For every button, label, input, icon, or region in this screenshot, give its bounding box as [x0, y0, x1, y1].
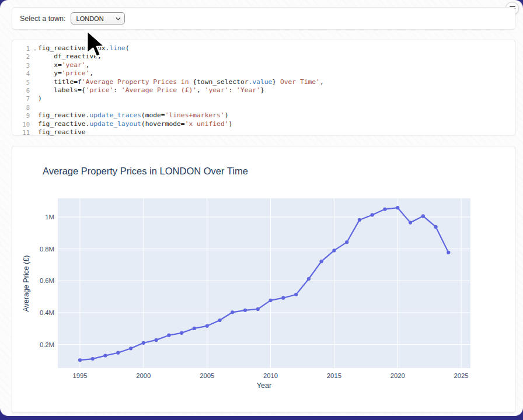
town-select-value: LONDON [76, 15, 104, 22]
code-line: 3 x='year', [12, 61, 515, 69]
line-number: 8 [12, 103, 32, 111]
data-point-marker[interactable] [269, 299, 273, 302]
fold-chevron-icon[interactable]: ⌄ [32, 44, 38, 52]
x-tick-label: 2000 [136, 372, 151, 379]
data-point-marker[interactable] [142, 341, 145, 345]
data-point-marker[interactable] [307, 277, 311, 281]
fold-spacer [32, 103, 38, 111]
data-point-marker[interactable] [103, 354, 107, 358]
data-point-marker[interactable] [155, 338, 158, 342]
town-select-dropdown[interactable]: LONDON [71, 12, 125, 24]
data-point-marker[interactable] [167, 334, 170, 337]
code-line: 11fig_reactive [12, 128, 515, 136]
y-tick-label: 1M [45, 214, 54, 220]
line-number: 11 [12, 128, 32, 136]
data-point-marker[interactable] [371, 213, 374, 216]
data-point-marker[interactable] [383, 208, 386, 211]
data-point-marker[interactable] [409, 221, 412, 225]
code-line: 9fig_reactive.update_traces(mode='lines+… [12, 111, 515, 120]
data-point-marker[interactable] [332, 249, 336, 252]
code-line: 2 df_reactive, [12, 52, 515, 61]
data-point-marker[interactable] [294, 293, 298, 296]
data-point-marker[interactable] [421, 214, 425, 218]
town-selector-cell: Select a town: LONDON [12, 7, 515, 30]
data-point-marker[interactable] [256, 307, 260, 311]
code-line: 10fig_reactive.update_layout(hovermode='… [12, 120, 515, 128]
fold-spacer [32, 128, 38, 136]
code-line: 8 [12, 103, 515, 111]
line-number: 7 [12, 94, 32, 103]
plot-background [58, 198, 470, 368]
data-point-marker[interactable] [231, 310, 234, 314]
data-point-marker[interactable] [396, 206, 399, 209]
chart-output-cell: Average Property Prices in LONDON Over T… [12, 146, 515, 413]
y-tick-label: 0.6M [40, 277, 54, 284]
code-editor-cell[interactable]: 1⌄fig_reactive = px.line(2 df_reactive,3… [12, 40, 515, 135]
data-point-marker[interactable] [193, 327, 196, 330]
chevron-down-icon [116, 16, 121, 22]
data-point-marker[interactable] [447, 251, 450, 254]
x-tick-label: 2025 [454, 372, 469, 379]
x-axis-title: Year [58, 382, 470, 390]
y-tick-label: 0.8M [40, 246, 54, 253]
y-tick-label: 0.4M [40, 309, 54, 316]
code-line: 4 y='price', [12, 69, 515, 78]
data-point-marker[interactable] [320, 260, 323, 263]
fold-spacer [32, 61, 38, 69]
x-tick-label: 2010 [263, 372, 278, 379]
data-point-marker[interactable] [180, 331, 183, 335]
line-chart-canvas[interactable]: 0.2M0.4M0.6M0.8M1M1995200020052010201520… [12, 146, 515, 411]
code-line: 7) [12, 94, 515, 103]
notebook-app-card: Select a town: LONDON 1⌄fig_reactive = p… [0, 0, 523, 416]
x-tick-label: 2005 [200, 372, 214, 379]
line-number: 5 [12, 78, 32, 86]
data-point-marker[interactable] [434, 225, 438, 229]
data-point-marker[interactable] [78, 358, 82, 362]
line-number: 2 [12, 52, 32, 61]
data-point-marker[interactable] [218, 318, 221, 322]
data-point-marker[interactable] [243, 309, 247, 312]
data-point-marker[interactable] [281, 296, 285, 300]
fold-spacer [32, 120, 38, 128]
fold-spacer [32, 94, 38, 103]
data-point-marker[interactable] [205, 324, 209, 328]
line-number: 9 [12, 111, 32, 120]
line-number: 1 [12, 44, 32, 52]
fold-spacer [32, 86, 38, 94]
data-point-marker[interactable] [91, 357, 95, 360]
town-select-label: Select a town: [20, 15, 66, 23]
code-line: 1⌄fig_reactive = px.line( [12, 44, 515, 52]
x-tick-label: 2015 [327, 372, 341, 379]
line-number: 10 [12, 120, 32, 128]
data-point-marker[interactable] [358, 218, 361, 222]
data-point-marker[interactable] [116, 351, 120, 355]
data-point-marker[interactable] [345, 240, 348, 244]
code-lines: 1⌄fig_reactive = px.line(2 df_reactive,3… [12, 44, 515, 136]
code-line: 5 title=f'Average Property Prices in {to… [12, 78, 515, 86]
fold-spacer [32, 52, 38, 61]
x-tick-label: 2020 [390, 372, 405, 379]
x-tick-label: 1995 [72, 372, 87, 379]
line-number: 3 [12, 61, 32, 69]
line-number: 6 [12, 86, 32, 94]
y-tick-label: 0.2M [40, 341, 54, 348]
fold-spacer [32, 78, 38, 86]
fold-spacer [32, 111, 38, 120]
data-point-marker[interactable] [129, 346, 133, 350]
fold-spacer [32, 69, 38, 78]
line-number: 4 [12, 69, 32, 78]
code-line: 6 labels={'price': 'Average Price (£)', … [12, 86, 515, 94]
